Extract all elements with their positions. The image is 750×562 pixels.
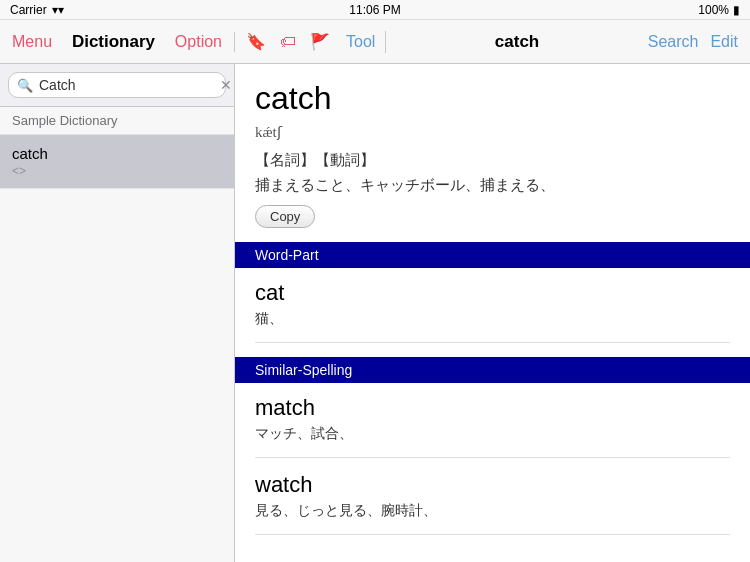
flag-icon-btn[interactable]: 🚩 bbox=[309, 31, 331, 53]
copy-button[interactable]: Copy bbox=[255, 205, 315, 228]
sub-word-cat: cat bbox=[255, 280, 730, 306]
battery-icon: ▮ bbox=[733, 3, 740, 17]
sidebar-section-header: Sample Dictionary bbox=[0, 107, 234, 135]
toolbar: 🔖 🏷 🚩 Tool bbox=[235, 31, 386, 53]
carrier-label: Carrier bbox=[10, 3, 47, 17]
sub-def-match: マッチ、試合、 bbox=[255, 425, 730, 458]
nav-bar: Menu Dictionary Option 🔖 🏷 🚩 Tool catch … bbox=[0, 20, 750, 64]
sidebar-list: Sample Dictionary catch <> bbox=[0, 107, 234, 562]
bookmark-icon: 🔖 bbox=[246, 32, 266, 51]
word-part-label: Word-Part bbox=[255, 247, 319, 263]
flag-icon: 🚩 bbox=[310, 32, 330, 51]
nav-title: Dictionary bbox=[72, 32, 155, 52]
nav-actions: Search Edit bbox=[648, 33, 750, 51]
content-area: catch kǽtʃ 【名詞】【動詞】 捕まえること、キャッチボール、捕まえる、… bbox=[235, 64, 750, 562]
wifi-icon: ▾▾ bbox=[52, 3, 64, 17]
tag-icon: 🏷 bbox=[280, 33, 296, 51]
tag-icon-btn[interactable]: 🏷 bbox=[277, 31, 299, 53]
item-sub: <> bbox=[12, 164, 222, 178]
definition-line2: 捕まえること、キャッチボール、捕まえる、 bbox=[255, 176, 730, 195]
pronunciation: kǽtʃ bbox=[255, 123, 730, 141]
content-title: catch bbox=[386, 32, 647, 52]
item-title: catch bbox=[12, 145, 222, 162]
definition-line1: 【名詞】【動詞】 bbox=[255, 151, 730, 170]
search-bar: 🔍 ✕ bbox=[0, 64, 234, 107]
status-bar: Carrier ▾▾ 11:06 PM 100% ▮ bbox=[0, 0, 750, 20]
search-input[interactable] bbox=[39, 77, 214, 93]
word-part-header: Word-Part bbox=[235, 242, 750, 268]
sub-word-match: match bbox=[255, 395, 730, 421]
list-item[interactable]: catch <> bbox=[0, 135, 234, 189]
clear-button[interactable]: ✕ bbox=[220, 77, 232, 93]
sub-def-watch: 見る、じっと見る、腕時計、 bbox=[255, 502, 730, 535]
similar-spelling-header: Similar-Spelling bbox=[235, 357, 750, 383]
word-title: catch bbox=[255, 80, 730, 117]
menu-button[interactable]: Menu bbox=[12, 33, 52, 51]
search-button[interactable]: Search bbox=[648, 33, 699, 51]
similar-spelling-label: Similar-Spelling bbox=[255, 362, 352, 378]
status-time: 11:06 PM bbox=[349, 3, 400, 17]
bookmark-icon-btn[interactable]: 🔖 bbox=[245, 31, 267, 53]
sub-def-cat: 猫、 bbox=[255, 310, 730, 343]
tool-button[interactable]: Tool bbox=[346, 33, 375, 51]
status-right: 100% ▮ bbox=[698, 3, 740, 17]
edit-button[interactable]: Edit bbox=[710, 33, 738, 51]
main-area: 🔍 ✕ Sample Dictionary catch <> catch kǽt… bbox=[0, 64, 750, 562]
status-left: Carrier ▾▾ bbox=[10, 3, 64, 17]
option-button[interactable]: Option bbox=[175, 33, 222, 51]
search-input-wrap: 🔍 ✕ bbox=[8, 72, 226, 98]
search-icon: 🔍 bbox=[17, 78, 33, 93]
sub-word-watch: watch bbox=[255, 472, 730, 498]
nav-left-panel: Menu Dictionary Option bbox=[0, 32, 235, 52]
sidebar: 🔍 ✕ Sample Dictionary catch <> bbox=[0, 64, 235, 562]
battery-label: 100% bbox=[698, 3, 729, 17]
nav-right-panel: 🔖 🏷 🚩 Tool catch Search Edit bbox=[235, 20, 750, 63]
